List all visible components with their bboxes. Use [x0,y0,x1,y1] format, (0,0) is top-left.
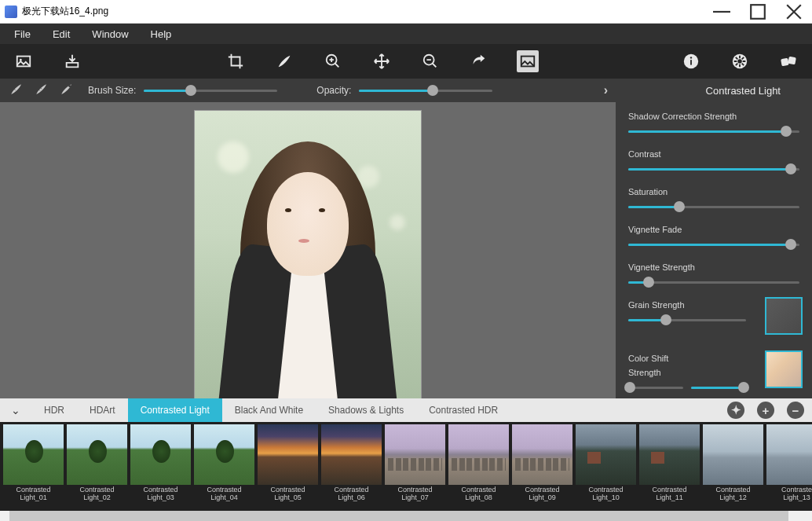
preset-contrasted-light_11[interactable]: ContrastedLight_11 [638,424,700,511]
tab-contrasted-light[interactable]: Contrasted Light [128,398,222,422]
preview-image [194,110,422,398]
compare-button[interactable] [517,50,539,72]
adjustments-panel: Shadow Correction Strength Contrast Satu… [616,102,812,398]
vfade-slider[interactable] [628,239,799,250]
zoom-in-button[interactable] [322,50,344,72]
colorshift-slider[interactable] [628,382,683,393]
opacity-label: Opacity: [316,85,351,96]
app-icon [5,6,17,18]
preset-strip[interactable]: ContrastedLight_01ContrastedLight_02Cont… [0,422,812,511]
strength-label: Strength [628,368,755,377]
colorshift-swatch[interactable] [765,350,803,388]
canvas-area[interactable] [0,102,616,398]
tab-shadows-lights[interactable]: Shadows & Lights [316,398,416,422]
opacity-slider[interactable] [359,85,492,96]
preset-contrasted-light_05[interactable]: ContrastedLight_05 [257,424,319,511]
random-button[interactable] [777,50,799,72]
preset-contrasted-light_09[interactable]: ContrastedLight_09 [511,424,573,511]
minimize-button[interactable] [704,0,740,23]
maximize-button[interactable] [740,0,776,23]
zoom-out-button[interactable] [419,50,441,72]
svg-rect-12 [781,58,789,67]
strength-slider[interactable] [691,382,746,393]
svg-point-11 [737,59,742,64]
redo-button[interactable] [468,50,490,72]
settings-button[interactable] [729,50,751,72]
menu-file[interactable]: File [6,26,38,42]
tab-hdr[interactable]: HDR [31,398,77,422]
titlebar: 极光下载站16_4.png [0,0,812,24]
saturation-label: Saturation [628,187,799,196]
preset-contrasted-light_07[interactable]: ContrastedLight_07 [384,424,446,511]
menu-window[interactable]: Window [84,26,136,42]
shadow-slider[interactable] [628,126,799,137]
colorshift-label: Color Shift [628,354,755,363]
contrast-label: Contrast [628,149,799,159]
expand-presets-icon[interactable]: ⌄ [0,404,31,416]
svg-rect-13 [788,57,796,65]
svg-point-14 [68,85,71,87]
favorite-preset-button[interactable]: ✦ [727,402,744,419]
window-title: 极光下载站16_4.png [22,5,704,18]
brush-size-label: Brush Size: [88,85,136,96]
preset-contrasted-light_12[interactable]: ContrastedLight_12 [702,424,764,511]
add-preset-button[interactable]: + [757,402,774,419]
options-bar: Brush Size: Opacity: › Contrasted Light [0,79,812,102]
preset-contrasted-light_04[interactable]: ContrastedLight_04 [193,424,255,511]
collapse-panel-icon[interactable]: › [604,83,608,97]
svg-rect-1 [751,5,765,19]
brush-size-slider[interactable] [144,85,277,96]
crop-button[interactable] [225,50,247,72]
saturation-slider[interactable] [628,201,799,212]
preset-contrasted-light_01[interactable]: ContrastedLight_01 [2,424,64,511]
brush3-icon[interactable] [60,83,74,99]
svg-point-9 [690,57,692,58]
open-image-button[interactable] [13,50,35,72]
preset-contrasted-light_06[interactable]: ContrastedLight_06 [320,424,382,511]
svg-rect-0 [713,10,730,12]
brush2-icon[interactable] [35,83,49,99]
brush-button[interactable] [273,50,295,72]
brush1-icon[interactable] [9,83,24,99]
vstrength-label: Vignette Strength [628,262,799,272]
tab-hdart[interactable]: HDArt [77,398,128,422]
preset-contrasted-light_02[interactable]: ContrastedLight_02 [66,424,128,511]
close-button[interactable] [776,0,812,23]
preset-contraste-light_13[interactable]: ContrasteLight_13 [766,424,812,511]
preset-scrollbar[interactable] [0,511,812,521]
toolbar [0,44,812,79]
menubar: File Edit Window Help [0,24,812,44]
info-button[interactable] [680,50,702,72]
preset-contrasted-light_08[interactable]: ContrastedLight_08 [448,424,510,511]
move-button[interactable] [371,50,393,72]
preset-tabs: ⌄ HDR HDArt Contrasted Light Black And W… [0,398,812,422]
shadow-label: Shadow Correction Strength [628,112,799,121]
menu-edit[interactable]: Edit [45,26,78,42]
tab-contrasted-hdr[interactable]: Contrasted HDR [416,398,510,422]
vstrength-slider[interactable] [628,277,799,288]
contrast-slider[interactable] [628,163,799,174]
export-button[interactable] [61,50,83,72]
remove-preset-button[interactable]: − [787,402,804,419]
grain-swatch[interactable] [765,297,803,335]
menu-help[interactable]: Help [143,26,180,42]
vfade-label: Vignette Fade [628,225,799,234]
tab-black-white[interactable]: Black And White [222,398,316,422]
grain-slider[interactable] [628,314,746,325]
grain-label: Grain Strength [628,300,755,310]
preset-contrasted-light_03[interactable]: ContrastedLight_03 [130,424,192,511]
panel-title: Contrasted Light [706,85,781,97]
svg-rect-8 [690,60,692,64]
preset-contrasted-light_10[interactable]: ContrastedLight_10 [575,424,637,511]
